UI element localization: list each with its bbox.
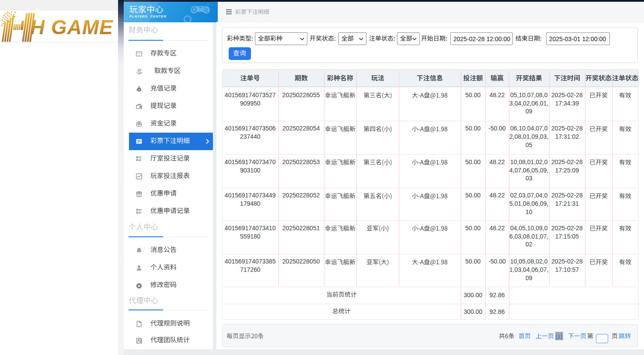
- svg-text:H GAME: H GAME: [30, 16, 113, 39]
